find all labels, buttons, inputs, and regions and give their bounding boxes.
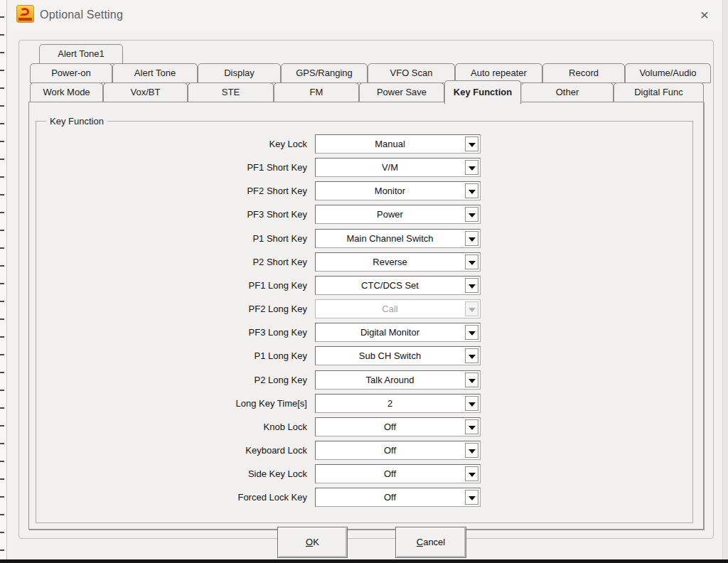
p1-long-key-dropdown[interactable]: Sub CH Switch [315, 346, 481, 365]
tab-ste[interactable]: STE [188, 82, 274, 102]
chevron-down-icon[interactable] [465, 278, 478, 293]
side-key-lock-dropdown[interactable]: Off [315, 464, 481, 483]
field-row: Keyboard LockOff [7, 441, 723, 460]
tab-key-function[interactable]: Key Function [444, 80, 521, 104]
optional-setting-dialog: Optional Setting × Alert Tone1Power-onAl… [7, 0, 723, 559]
cancel-label-rest: ancel [423, 537, 445, 547]
tab-power-save[interactable]: Power Save [359, 82, 444, 102]
field-row: Key LockManual [7, 134, 723, 154]
chevron-down-icon[interactable] [465, 325, 478, 340]
tab-gps-ranging[interactable]: GPS/Ranging [281, 63, 368, 83]
field-row: PF1 Long KeyCTC/DCS Set [7, 276, 723, 295]
field-row: PF3 Short KeyPower [7, 205, 723, 224]
pf3-short-key-dropdown[interactable]: Power [315, 205, 481, 224]
field-label: PF2 Long Key [94, 304, 307, 314]
logo-wordmark [18, 18, 32, 21]
field-label: Key Lock [94, 139, 307, 149]
keyboard-lock-dropdown[interactable]: Off [315, 441, 481, 460]
tab-display[interactable]: Display [198, 63, 281, 83]
p2-long-key-dropdown[interactable]: Talk Around [315, 370, 481, 390]
field-row: PF2 Short KeyMonitor [7, 181, 723, 200]
tab-power-on[interactable]: Power-on [30, 63, 112, 83]
chevron-down-icon[interactable] [465, 372, 478, 387]
chevron-down-icon[interactable] [465, 466, 478, 481]
dropdown-selected-value: Off [316, 441, 464, 459]
pf2-long-key-dropdown: Call [315, 299, 481, 318]
dropdown-selected-value: 2 [316, 395, 464, 412]
knob-lock-dropdown[interactable]: Off [315, 417, 481, 436]
ok-mnemonic: O [306, 537, 313, 547]
field-row: Long Key Time[s]2 [7, 394, 723, 413]
p1-short-key-dropdown[interactable]: Main Channel Switch [315, 229, 481, 248]
dropdown-selected-value: Off [316, 418, 464, 436]
field-row: P1 Long KeySub CH Switch [7, 346, 723, 365]
chevron-down-icon[interactable] [465, 183, 478, 198]
chevron-down-icon[interactable] [465, 348, 478, 363]
chevron-down-icon[interactable] [465, 419, 478, 434]
key-lock-dropdown[interactable]: Manual [315, 134, 481, 154]
title-bar: Optional Setting × [7, 0, 722, 33]
field-row: P2 Long KeyTalk Around [7, 370, 723, 390]
tab-alert-tone[interactable]: Alert Tone [112, 63, 198, 83]
tab-record[interactable]: Record [542, 63, 625, 83]
p2-short-key-dropdown[interactable]: Reverse [315, 252, 481, 272]
tab-digital-func[interactable]: Digital Func [614, 82, 704, 102]
field-label: Knob Lock [94, 422, 307, 432]
forced-lock-key-dropdown[interactable]: Off [315, 488, 481, 507]
ok-button[interactable]: OK [277, 527, 348, 558]
field-label: Long Key Time[s] [94, 398, 307, 409]
field-row: Knob LockOff [7, 417, 723, 436]
chevron-down-icon[interactable] [465, 231, 478, 246]
chevron-down-icon [465, 301, 478, 316]
field-row: P2 Short KeyReverse [7, 252, 723, 272]
long-key-time-s--dropdown[interactable]: 2 [315, 394, 481, 413]
dropdown-selected-value: V/M [316, 159, 464, 176]
app-logo-icon [16, 5, 34, 23]
dropdown-selected-value: Call [316, 300, 464, 318]
pf3-long-key-dropdown[interactable]: Digital Monitor [315, 323, 481, 342]
field-label: Forced Lock Key [94, 492, 307, 503]
field-label: P1 Long Key [94, 350, 307, 361]
ok-label-rest: K [313, 537, 319, 547]
pf1-short-key-dropdown[interactable]: V/M [315, 158, 481, 177]
dropdown-selected-value: Power [316, 205, 464, 223]
groupbox-title: Key Function [46, 116, 107, 127]
chevron-down-icon[interactable] [465, 207, 478, 222]
dropdown-selected-value: Sub CH Switch [316, 347, 464, 365]
field-row: PF1 Short KeyV/M [7, 158, 723, 177]
tab-fm[interactable]: FM [274, 82, 359, 102]
tab-vfo-scan[interactable]: VFO Scan [368, 63, 455, 83]
field-label: P1 Short Key [94, 233, 307, 244]
chevron-down-icon[interactable] [465, 443, 478, 458]
tab-alert-tone1[interactable]: Alert Tone1 [39, 44, 123, 64]
dropdown-selected-value: Off [316, 465, 464, 483]
field-label: PF1 Long Key [94, 280, 307, 291]
chevron-down-icon[interactable] [465, 160, 478, 175]
close-icon[interactable]: × [695, 6, 714, 24]
field-label: PF1 Short Key [94, 162, 307, 173]
cancel-button[interactable]: Cancel [395, 527, 466, 558]
tab-other[interactable]: Other [521, 82, 614, 102]
pf2-short-key-dropdown[interactable]: Monitor [315, 181, 481, 200]
field-label: PF3 Short Key [94, 209, 307, 220]
field-row: P1 Short KeyMain Channel Switch [7, 229, 723, 248]
chevron-down-icon[interactable] [465, 490, 478, 505]
tab-work-mode[interactable]: Work Mode [30, 82, 103, 102]
tab-volume-audio[interactable]: Volume/Audio [625, 63, 711, 83]
window-title: Optional Setting [40, 9, 123, 21]
field-label: P2 Long Key [94, 375, 307, 385]
background-window-edge [0, 559, 728, 563]
chevron-down-icon[interactable] [465, 136, 478, 151]
field-label: Keyboard Lock [94, 445, 307, 456]
chevron-down-icon[interactable] [465, 396, 478, 411]
field-row: PF2 Long KeyCall [7, 299, 723, 318]
dropdown-selected-value: CTC/DCS Set [316, 277, 464, 294]
pf1-long-key-dropdown[interactable]: CTC/DCS Set [315, 276, 481, 295]
tab-vox-bt[interactable]: Vox/BT [103, 82, 188, 102]
chevron-down-icon[interactable] [465, 254, 478, 269]
field-row: Side Key LockOff [7, 464, 723, 483]
field-label: P2 Short Key [94, 257, 307, 267]
dropdown-selected-value: Digital Monitor [316, 323, 464, 341]
dropdown-selected-value: Talk Around [316, 371, 464, 389]
dropdown-selected-value: Main Channel Switch [316, 230, 464, 247]
